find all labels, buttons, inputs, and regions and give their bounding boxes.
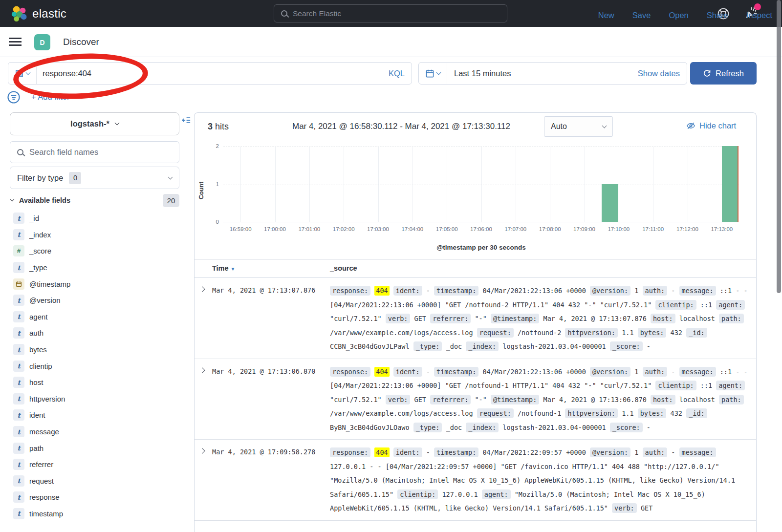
- field-value: -: [647, 342, 651, 350]
- field-item-clientip[interactable]: tclientip: [10, 358, 179, 374]
- field-value: /var/www/example.com/logs/access.log: [330, 329, 473, 337]
- document-table: Mar 4, 2021 @ 17:13:07.876response: 404 …: [195, 278, 756, 532]
- field-item-timestamp[interactable]: ttimestamp: [10, 506, 179, 522]
- field-item-_type[interactable]: t_type: [10, 259, 179, 276]
- discover-app-badge[interactable]: D: [34, 34, 50, 50]
- field-name-pill: @timestamp:: [491, 314, 539, 323]
- field-value: logstash-2021.03.04-000001: [502, 424, 606, 431]
- field-name-pill: verb:: [386, 395, 411, 404]
- field-name: agent: [29, 313, 48, 321]
- field-name-pill: _score:: [610, 423, 643, 432]
- field-item-httpversion[interactable]: thttpversion: [10, 391, 179, 407]
- global-search-input[interactable]: Search Elastic: [274, 4, 507, 22]
- table-header: Time▼ _source: [195, 259, 756, 278]
- x-tick-label: 17:04:00: [394, 226, 431, 232]
- quick-select-menu-button[interactable]: [419, 63, 447, 84]
- field-item-host[interactable]: thost: [10, 374, 179, 391]
- refresh-icon: [703, 69, 711, 78]
- histogram-bar[interactable]: [602, 184, 618, 222]
- nav-action-share[interactable]: Share: [707, 11, 728, 20]
- string-field-icon: t: [13, 311, 24, 322]
- field-item-auth[interactable]: tauth: [10, 325, 179, 341]
- field-name-pill: _score:: [610, 341, 643, 351]
- string-field-icon: t: [13, 262, 24, 273]
- query-input[interactable]: response:404: [37, 69, 389, 78]
- x-tick-label: 17:12:00: [670, 226, 706, 232]
- query-language-button[interactable]: KQL: [389, 69, 412, 78]
- field-value: GET: [414, 315, 426, 322]
- field-name-pill: clientip:: [397, 489, 438, 499]
- nav-action-inspect[interactable]: Inspect: [746, 11, 772, 20]
- field-name-pill: path:: [719, 395, 744, 404]
- column-header-source[interactable]: _source: [330, 264, 357, 272]
- field-item-agent[interactable]: tagent: [10, 309, 179, 325]
- field-name-pill: auth:: [643, 367, 668, 377]
- highlighted-value: 404: [374, 367, 389, 377]
- x-tick-label: 17:05:00: [429, 226, 465, 232]
- field-item-@timestamp[interactable]: @timestamp: [10, 276, 179, 292]
- field-name: referrer: [29, 460, 53, 468]
- field-item-message[interactable]: tmessage: [10, 424, 179, 440]
- field-name-pill: path:: [719, 314, 744, 323]
- gridline: [223, 147, 739, 147]
- table-row: Mar 4, 2021 @ 17:13:06.870response: 404 …: [195, 359, 756, 440]
- scrollbar[interactable]: [777, 0, 781, 293]
- field-name: @timestamp: [29, 280, 70, 288]
- add-filter-button[interactable]: + Add filter: [31, 92, 69, 102]
- field-search-input[interactable]: Search field names: [10, 141, 179, 163]
- expand-row-icon[interactable]: [199, 367, 205, 373]
- x-tick-label: 17:06:00: [463, 226, 500, 232]
- field-item-@version[interactable]: t@version: [10, 292, 179, 309]
- field-item-request[interactable]: trequest: [10, 473, 179, 489]
- hits-count: 3 hits: [208, 122, 229, 132]
- available-fields-accordion[interactable]: Available fields 20: [11, 193, 179, 207]
- y-tick-label: 2: [216, 143, 219, 149]
- app-nav-bar: [0, 27, 782, 57]
- nav-action-save[interactable]: Save: [632, 11, 651, 20]
- field-item-bytes[interactable]: tbytes: [10, 341, 179, 358]
- expand-row-icon[interactable]: [199, 286, 205, 292]
- nav-action-open[interactable]: Open: [669, 11, 688, 20]
- hide-chart-button[interactable]: Hide chart: [686, 121, 736, 130]
- filter-icon[interactable]: [7, 90, 21, 106]
- field-item-_id[interactable]: t_id: [10, 210, 179, 227]
- string-field-icon: t: [13, 475, 24, 487]
- expand-row-icon[interactable]: [199, 448, 205, 453]
- field-name: host: [29, 378, 43, 386]
- field-item-path[interactable]: tpath: [10, 440, 179, 456]
- column-header-time[interactable]: Time▼: [212, 264, 236, 272]
- field-value: "curl/7.52.1": [330, 315, 382, 322]
- field-name-pill: _index:: [466, 423, 499, 432]
- interval-select[interactable]: Auto: [544, 116, 613, 137]
- row-source: response: 404 ident: - timestamp: 04/Mar…: [330, 446, 754, 515]
- field-value: 1: [634, 448, 638, 456]
- field-item-ident[interactable]: tident: [10, 407, 179, 424]
- field-search-placeholder: Search field names: [29, 148, 98, 157]
- string-field-icon: t: [13, 213, 24, 224]
- field-item-response[interactable]: tresponse: [10, 489, 179, 506]
- show-dates-button[interactable]: Show dates: [638, 69, 687, 78]
- field-name: message: [29, 427, 59, 436]
- index-pattern-selector[interactable]: logstash-*: [10, 112, 179, 135]
- saved-query-menu-button[interactable]: [8, 63, 37, 84]
- field-name: _index: [29, 231, 51, 239]
- string-field-icon: t: [13, 344, 24, 355]
- elastic-logo-icon[interactable]: [11, 5, 27, 22]
- collapse-sidebar-icon[interactable]: [181, 115, 191, 127]
- histogram-bar[interactable]: [722, 146, 739, 222]
- field-item-_score[interactable]: #_score: [10, 243, 179, 259]
- menu-icon[interactable]: [9, 38, 22, 46]
- field-item-referrer[interactable]: treferrer: [10, 456, 179, 473]
- field-name: ident: [29, 411, 45, 419]
- string-field-icon: t: [13, 295, 24, 306]
- refresh-button[interactable]: Refresh: [690, 62, 757, 85]
- x-tick-label: 17:10:00: [601, 226, 637, 232]
- field-item-_index[interactable]: t_index: [10, 227, 179, 243]
- discover-app: elastic Search Elastic D Discover NewSav…: [0, 0, 782, 532]
- field-value: _doc: [446, 424, 462, 431]
- search-icon: [281, 10, 287, 17]
- field-value: GET: [641, 504, 652, 512]
- time-range-button[interactable]: Last 15 minutes: [447, 69, 638, 78]
- nav-action-new[interactable]: New: [598, 11, 614, 20]
- filter-by-type-dropdown[interactable]: Filter by type 0: [10, 167, 179, 189]
